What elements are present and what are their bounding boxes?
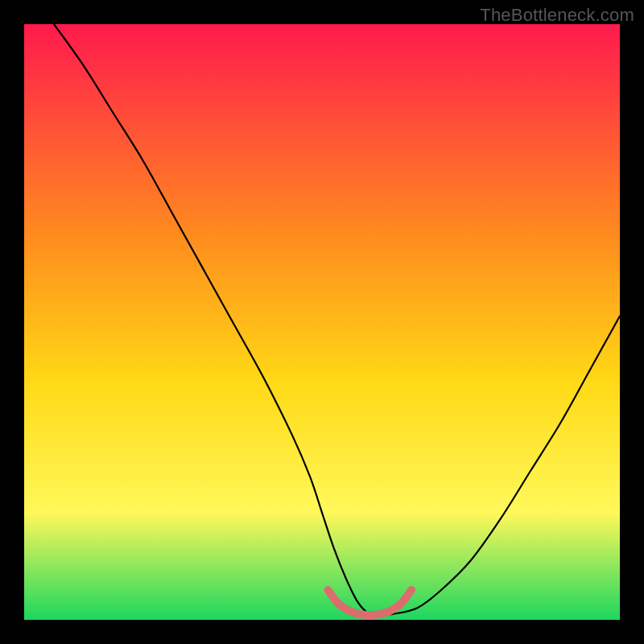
chart-frame (24, 24, 620, 620)
bottleneck-chart (24, 24, 620, 620)
watermark-text: TheBottleneck.com (480, 5, 634, 26)
